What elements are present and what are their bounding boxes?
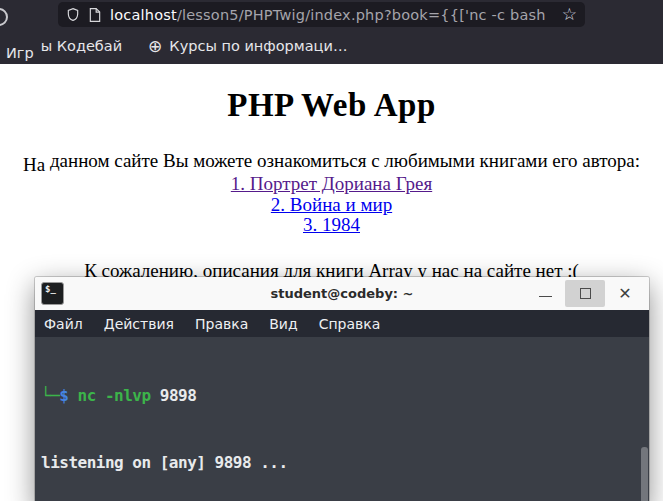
terminal-app-icon: $_ <box>41 282 64 305</box>
book-link-2[interactable]: 2. Война и мир <box>0 195 663 216</box>
menu-help[interactable]: Справка <box>319 316 381 332</box>
intro-text-prefix: На <box>23 154 45 175</box>
shield-icon[interactable] <box>66 7 80 22</box>
prompt-arm: └─ <box>41 386 59 405</box>
reload-icon[interactable] <box>0 8 8 26</box>
browser-chrome: localhost/lesson5/PHPTwig/index.php?book… <box>0 0 663 64</box>
maximize-icon <box>580 288 591 299</box>
minimize-icon <box>539 296 552 297</box>
close-icon: ✕ <box>618 286 631 302</box>
terminal-titlebar[interactable]: $_ student@codeby: ~ ✕ <box>35 277 649 310</box>
prompt-command: nc -nlvp <box>68 386 150 405</box>
menu-view[interactable]: Вид <box>269 316 297 332</box>
bookmark-courses-label: Курсы по информаци… <box>169 38 347 54</box>
intro-text-rest: данном сайте Вы можете ознакомиться с лю… <box>45 150 640 171</box>
screen: localhost/lesson5/PHPTwig/index.php?book… <box>0 0 663 501</box>
bookmark-codeby[interactable]: Игры Кодебай <box>6 38 122 54</box>
output-line: listening on [any] 9898 ... <box>41 452 635 474</box>
menu-edit[interactable]: Правка <box>195 316 248 332</box>
book-link-3[interactable]: 3. 1984 <box>0 215 663 236</box>
browser-toolbar: localhost/lesson5/PHPTwig/index.php?book… <box>0 0 663 28</box>
maximize-button[interactable] <box>565 280 605 307</box>
url-path: /lesson5/PHPTwig/index.php?book={{['nc -… <box>177 7 551 23</box>
bookmark-star-icon[interactable]: ☆ <box>562 6 577 23</box>
window-controls: ✕ <box>525 277 645 310</box>
bookmark-codeby-label-prefix: Игр <box>6 45 34 61</box>
terminal-window: $_ student@codeby: ~ ✕ Файл Действия Пра… <box>35 277 649 501</box>
menu-actions[interactable]: Действия <box>104 316 174 332</box>
url-host: localhost <box>110 7 177 23</box>
bookmark-codeby-label: ы Кодебай <box>41 38 122 54</box>
address-bar[interactable]: localhost/lesson5/PHPTwig/index.php?book… <box>58 2 585 27</box>
globe-icon: ⊕ <box>148 38 162 55</box>
page-info-icon[interactable] <box>89 8 101 22</box>
terminal-output[interactable]: └─$ nc -nlvp 9898 listening on [any] 989… <box>35 337 649 501</box>
url-text[interactable]: localhost/lesson5/PHPTwig/index.php?book… <box>110 7 551 23</box>
bookmark-courses[interactable]: ⊕ Курсы по информаци… <box>148 38 347 55</box>
prompt-line: └─$ nc -nlvp 9898 <box>41 385 635 407</box>
book-link-1[interactable]: 1. Портрет Дориана Грея <box>0 174 663 195</box>
terminal-scrollbar[interactable] <box>641 447 648 501</box>
book-links: 1. Портрет Дориана Грея 2. Война и мир 3… <box>0 174 663 236</box>
intro-text: На данном сайте Вы можете ознакомиться с… <box>0 150 663 172</box>
menu-file[interactable]: Файл <box>44 316 83 332</box>
minimize-button[interactable] <box>525 280 565 307</box>
close-button[interactable]: ✕ <box>605 280 645 307</box>
page-title: PHP Web App <box>0 87 663 124</box>
prompt-arg: 9898 <box>151 386 197 405</box>
terminal-menubar: Файл Действия Правка Вид Справка <box>35 310 649 337</box>
bookmarks-bar: Игры Кодебай ⊕ Курсы по информаци… <box>0 28 663 64</box>
